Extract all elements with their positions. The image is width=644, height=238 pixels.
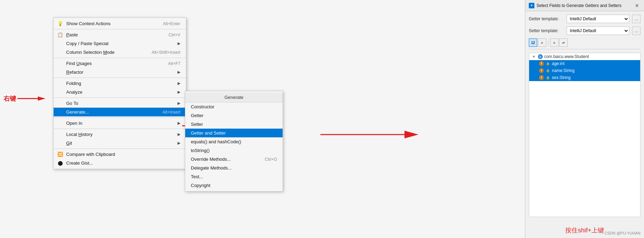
menu-item-label: Git	[66, 140, 72, 146]
lock-icon: 🔒	[546, 69, 550, 72]
menu-item-open-in[interactable]: Open In ▶	[54, 119, 186, 128]
align-left-button[interactable]: ≡	[550, 38, 559, 47]
separator-3	[54, 78, 186, 78]
menu-item-find-usages[interactable]: Find Usages Alt+F7	[54, 59, 186, 68]
generate-menu-header: Generate	[185, 93, 283, 102]
gen-item-delegate-methods[interactable]: Delegate Methods...	[185, 164, 283, 172]
separator-1	[54, 29, 186, 29]
menu-item-paste[interactable]: 📋 Paste Ctrl+V	[54, 30, 186, 39]
menu-item-label: Create Gist...	[66, 160, 93, 166]
toolbar-separator	[548, 39, 548, 46]
menu-item-local-history[interactable]: Local History ▶	[54, 130, 186, 139]
menu-item-label: Show Context Actions	[66, 21, 110, 26]
gen-item-label: Delegate Methods...	[191, 165, 231, 171]
field-toolbar: 12 ≡ ≡ ≓	[529, 38, 640, 49]
compare-icon: 🔀	[57, 151, 63, 158]
submenu-arrow-icon: ▶	[178, 121, 180, 125]
svg-marker-1	[38, 96, 46, 101]
menu-item-shortcut: Alt+Insert	[162, 110, 180, 115]
gen-item-label: toString()	[191, 148, 209, 153]
gen-item-label: Getter	[191, 113, 203, 118]
dialog-title-bar: ✦ Select Fields to Generate Getters and …	[525, 0, 644, 11]
menu-item-compare-clipboard[interactable]: 🔀 Compare with Clipboard	[54, 150, 186, 159]
gen-item-equals-hashcode[interactable]: equals() and hashCode()	[185, 137, 283, 146]
menu-item-label: Generate...	[66, 109, 89, 115]
bulb-icon: 💡	[57, 21, 63, 27]
separator-5	[54, 117, 186, 118]
dialog-close-button[interactable]: ✕	[633, 2, 640, 9]
submenu-arrow-icon: ▶	[178, 141, 180, 145]
gen-item-getter[interactable]: Getter	[185, 111, 283, 120]
menu-item-label: Find Usages	[66, 61, 92, 66]
gen-item-tostring[interactable]: toString()	[185, 146, 283, 155]
right-key-label: 右键	[4, 94, 46, 103]
menu-item-shortcut: Alt+Shift+Insert	[152, 50, 180, 55]
field-label: age:int	[552, 61, 565, 66]
gen-item-test[interactable]: Test...	[185, 172, 283, 181]
gen-item-getter-setter[interactable]: Getter and Setter	[185, 129, 283, 137]
submenu-arrow-icon: ▶	[178, 41, 180, 46]
gen-item-constructor[interactable]: Constructor	[185, 102, 283, 111]
gen-item-label: Getter and Setter	[191, 130, 226, 136]
align-center-button[interactable]: ≓	[559, 38, 568, 47]
menu-item-label: Paste	[66, 32, 78, 37]
field-type-badge: f	[539, 75, 544, 80]
tree-expand-icon: ▼	[532, 55, 536, 59]
getter-template-select[interactable]: IntelliJ Default	[567, 15, 629, 23]
menu-item-shortcut: Alt+F7	[168, 61, 180, 66]
menu-item-copy-paste-special[interactable]: Copy / Paste Special ▶	[54, 39, 186, 48]
menu-item-label: Compare with Clipboard	[66, 152, 115, 157]
tree-parent-class[interactable]: ▼ c com.baicu.www.Student	[529, 53, 640, 60]
submenu-arrow-icon: ▶	[178, 90, 180, 94]
field-type-badge: f	[539, 61, 544, 66]
submenu-arrow-icon: ▶	[178, 81, 180, 86]
setter-template-edit-button[interactable]: …	[632, 27, 640, 35]
sort-by-alpha-button[interactable]: ≡	[538, 38, 546, 47]
field-label: sex:String	[552, 75, 570, 80]
menu-item-goto[interactable]: Go To ▶	[54, 99, 186, 108]
menu-item-generate[interactable]: Generate... Alt+Insert	[54, 108, 186, 116]
generate-submenu: Generate Constructor Getter Setter Gette…	[185, 91, 283, 192]
field-type-badge: f	[539, 68, 544, 73]
setter-template-label: Setter template:	[529, 28, 564, 33]
lock-icon: 🔒	[546, 62, 550, 65]
setter-template-row: Setter template: IntelliJ Default …	[529, 27, 640, 35]
menu-item-label: Go To	[66, 101, 78, 106]
tree-item-age[interactable]: f 🔒 age:int	[529, 60, 640, 67]
gen-item-override-methods[interactable]: Override Methods... Ctrl+O	[185, 155, 283, 164]
lock-icon: 🔒	[546, 76, 550, 79]
gen-item-setter[interactable]: Setter	[185, 120, 283, 129]
field-label: name:String	[552, 68, 575, 73]
menu-item-label: Open In	[66, 121, 82, 126]
github-icon: ⬤	[57, 160, 63, 166]
getter-template-edit-button[interactable]: …	[632, 15, 640, 23]
submenu-arrow-icon: ▶	[178, 70, 180, 74]
dialog-title-icon: ✦	[529, 3, 534, 8]
setter-template-select[interactable]: IntelliJ Default	[567, 27, 629, 35]
menu-item-analyze[interactable]: Analyze ▶	[54, 88, 186, 96]
select-fields-dialog: ✦ Select Fields to Generate Getters and …	[525, 0, 644, 238]
svg-marker-5	[404, 131, 418, 138]
menu-item-label: Column Selection Mode	[66, 50, 115, 55]
submenu-arrow-icon: ▶	[178, 132, 180, 137]
tree-item-name[interactable]: f 🔒 name:String	[529, 67, 640, 74]
gen-item-label: Test...	[191, 174, 203, 179]
menu-item-folding[interactable]: Folding ▶	[54, 79, 186, 88]
gen-item-label: Copyright	[191, 183, 210, 188]
gen-item-copyright[interactable]: Copyright	[185, 181, 283, 190]
class-type-badge: c	[538, 54, 543, 59]
menu-item-label: Copy / Paste Special	[66, 41, 109, 46]
menu-item-label: Analyze	[66, 89, 82, 95]
gen-item-label: equals() and hashCode()	[191, 139, 241, 144]
menu-item-create-gist[interactable]: ⬤ Create Gist...	[54, 159, 186, 167]
sort-by-number-button[interactable]: 12	[529, 38, 537, 47]
menu-item-column-selection[interactable]: Column Selection Mode Alt+Shift+Insert	[54, 48, 186, 57]
tree-item-sex[interactable]: f 🔒 sex:String	[529, 74, 640, 81]
gen-item-label: Setter	[191, 122, 203, 127]
menu-item-git[interactable]: Git ▶	[54, 139, 186, 147]
class-name-label: com.baicu.www.Student	[544, 54, 589, 59]
menu-item-show-context-actions[interactable]: 💡 Show Context Actions Alt+Enter	[54, 19, 186, 28]
menu-item-shortcut: Ctrl+V	[168, 33, 180, 37]
menu-item-label: Refactor	[66, 70, 83, 75]
menu-item-refactor[interactable]: Refactor ▶	[54, 68, 186, 77]
